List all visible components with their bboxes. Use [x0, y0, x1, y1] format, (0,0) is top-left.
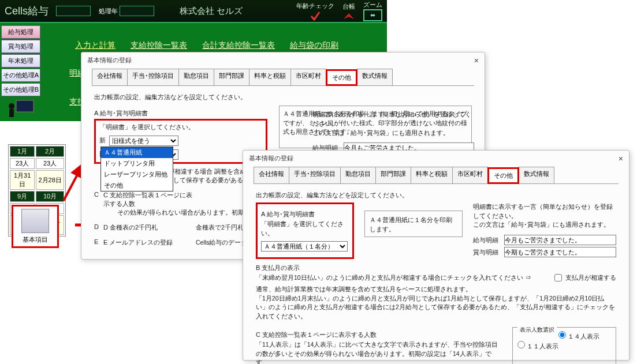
- meisai-select-area-2: A 給与･賞与明細書 「明細書」を選択してください。 Ａ４普通用紙（１名分）: [256, 202, 354, 259]
- radio-14[interactable]: １４人表示: [558, 333, 599, 340]
- tab-department[interactable]: 部門部課: [375, 167, 411, 183]
- tab-department[interactable]: 部門部課: [214, 69, 249, 85]
- tab-formula[interactable]: 数式情報: [519, 167, 554, 183]
- tab-rate[interactable]: 料率と税額: [249, 69, 291, 85]
- app-toolbar: Cells給与 処理年 株式会社 セルズ 年齢チェック 台帳 ズーム⬌: [0, 0, 387, 23]
- tab-attendance[interactable]: 勤怠項目: [340, 167, 376, 183]
- input-kyuyo-msg-2[interactable]: [504, 235, 616, 245]
- btn-salary[interactable]: 給与処理: [1, 25, 40, 39]
- select-new-format[interactable]: 旧様式を使う: [109, 136, 178, 146]
- format-dropdown-list[interactable]: Ａ４普通用紙 ドットプリンタ用 レーザープリンタ用他 その他: [100, 147, 173, 192]
- field-year[interactable]: [120, 6, 154, 16]
- radio-11[interactable]: １１人表示: [517, 343, 558, 350]
- tab-other[interactable]: その他: [326, 69, 357, 86]
- tab-attendance[interactable]: 勤怠項目: [178, 69, 214, 85]
- menu-deduction-list[interactable]: 支給控除一覧表: [131, 40, 187, 51]
- btn-yearend[interactable]: 年末処理: [1, 54, 40, 67]
- app-title: Cells給与: [5, 4, 49, 18]
- dialog-tabs: 会社情報 手当･控除項目 勤怠項目 部門部課 料率と税額 市区町村 その他 数式…: [254, 167, 619, 184]
- zoom-button[interactable]: ズーム⬌: [363, 1, 382, 21]
- menu-payslip-print[interactable]: 給与袋の印刷: [290, 40, 338, 51]
- dropdown-opt-other[interactable]: その他: [101, 180, 173, 191]
- tab-allowance[interactable]: 手当･控除項目: [127, 69, 179, 85]
- btn-bonus[interactable]: 賞与処理: [1, 40, 40, 53]
- tab-rate[interactable]: 料率と税額: [411, 167, 453, 183]
- dialog-title: 基本情報の登録: [249, 154, 293, 163]
- close-icon[interactable]: ×: [474, 56, 479, 65]
- tab-other[interactable]: その他: [487, 167, 519, 184]
- message-intro: 明細書に表示する一言（簡単なお知らせ）を登録してください。 この文言は「給与･賞…: [312, 110, 474, 137]
- dropdown-opt-dot[interactable]: ドットプリンタ用: [101, 158, 173, 169]
- input-shoyo-msg-2[interactable]: [504, 247, 616, 257]
- menu-bar: 入力と計算 支給控除一覧表 合計支給控除一覧表 給与袋の印刷: [75, 40, 338, 51]
- intro-text: 出力帳票の設定、編集方法などを設定してください。: [94, 93, 472, 102]
- menu-total-list[interactable]: 合計支給控除一覧表: [202, 40, 275, 51]
- section-a-label: A 給与･賞与明細書: [94, 109, 267, 118]
- side-buttons: 給与処理 賞与処理 年末処理 その他処理A その他処理B: [0, 24, 42, 97]
- dialog-basic-info-2: 基本情報の登録× 会社情報 手当･控除項目 勤怠項目 部門部課 料率と税額 市区…: [243, 150, 629, 361]
- tab-city[interactable]: 市区町村: [452, 167, 488, 183]
- basic-items-button[interactable]: 基本項目: [12, 205, 59, 248]
- menu-input-calc[interactable]: 入力と計算: [75, 40, 116, 51]
- age-check-button[interactable]: 年齢チェック: [296, 2, 334, 21]
- svg-point-2: [9, 103, 14, 109]
- tab-allowance[interactable]: 手当･控除項目: [289, 167, 341, 183]
- company-name: 株式会社 セルズ: [180, 6, 243, 17]
- dropdown-opt-laser[interactable]: レーザープリンタ用他: [101, 169, 173, 180]
- svg-rect-1: [16, 100, 33, 112]
- btn-other-b[interactable]: その他処理B: [1, 83, 40, 96]
- svg-line-4: [64, 164, 83, 201]
- chk-month-diff[interactable]: 支払月が相違する: [554, 273, 616, 282]
- tab-company[interactable]: 会社情報: [254, 167, 289, 183]
- tab-company[interactable]: 会社情報: [92, 69, 128, 85]
- close-icon[interactable]: ×: [619, 154, 623, 163]
- btn-other-a[interactable]: その他処理A: [1, 69, 40, 82]
- dialog-title: 基本情報の登録: [87, 56, 132, 65]
- building-icon: [21, 209, 49, 233]
- year-label: 処理年: [99, 7, 118, 16]
- select-format-2[interactable]: Ａ４普通用紙（１名分）: [261, 241, 348, 252]
- tab-city[interactable]: 市区町村: [290, 69, 326, 85]
- field-blank1[interactable]: [56, 6, 91, 16]
- dropdown-opt-a4[interactable]: Ａ４普通用紙: [101, 147, 173, 158]
- svg-marker-0: [344, 13, 354, 19]
- dialog-tabs: 会社情報 手当･控除項目 勤怠項目 部門部課 料率と税額 市区町村 その他 数式…: [92, 69, 474, 86]
- presenter-icon: [6, 98, 36, 121]
- display-count-group: 表示人数選択 １４人表示 １１人表示: [512, 327, 616, 364]
- svg-rect-3: [9, 109, 14, 117]
- ledger-button[interactable]: 台帳: [342, 2, 355, 20]
- tab-formula[interactable]: 数式情報: [357, 69, 393, 85]
